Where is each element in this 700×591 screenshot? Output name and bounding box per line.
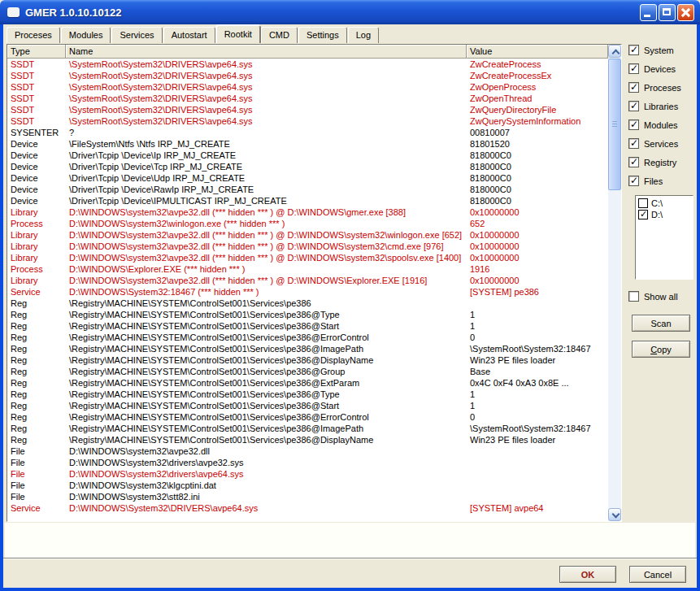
table-row[interactable]: LibraryD:\WINDOWS\system32\avpe32.dll (*… [7, 275, 608, 286]
table-row[interactable]: Reg\Registry\MACHINE\SYSTEM\ControlSet00… [7, 309, 608, 320]
table-row[interactable]: Device\Driver\Tcpip \Device\RawIp IRP_MJ… [7, 184, 608, 195]
table-row[interactable]: LibraryD:\WINDOWS\system32\avpe32.dll (*… [7, 241, 608, 252]
filter-files[interactable]: Files [626, 172, 681, 190]
table-row[interactable]: Reg\Registry\MACHINE\SYSTEM\ControlSet00… [7, 377, 608, 389]
cancel-button[interactable]: Cancel [629, 566, 686, 583]
filter-libraries[interactable]: Libraries [626, 97, 681, 115]
table-row[interactable]: LibraryD:\WINDOWS\system32\avpe32.dll (*… [7, 252, 608, 263]
drive-item[interactable]: D:\ [637, 209, 693, 220]
drive-item[interactable]: C:\ [637, 198, 693, 209]
table-row[interactable]: Device\FileSystem\Ntfs \Ntfs IRP_MJ_CREA… [7, 138, 608, 150]
table-row[interactable]: SSDT\SystemRoot\System32\DRIVERS\avpe64.… [7, 104, 608, 115]
table-row[interactable]: ProcessD:\WINDOWS\Explorer.EXE (*** hidd… [7, 263, 608, 275]
cell-value: 818000C0 [467, 184, 608, 195]
table-row[interactable]: ServiceD:\WINDOWS\System32:18467 (*** hi… [7, 286, 608, 298]
table-row[interactable]: Device\Driver\Tcpip \Device\Udp IRP_MJ_C… [7, 172, 608, 184]
filter-label: Registry [644, 158, 676, 167]
table-row[interactable]: SSDT\SystemRoot\System32\DRIVERS\avpe64.… [7, 81, 608, 93]
table-row[interactable]: Reg\Registry\MACHINE\SYSTEM\ControlSet00… [7, 400, 608, 411]
table-row[interactable]: Reg\Registry\MACHINE\SYSTEM\ControlSet00… [7, 343, 608, 354]
vertical-scrollbar[interactable] [608, 45, 621, 521]
minimize-button[interactable] [640, 4, 657, 21]
table-row[interactable]: Reg\Registry\MACHINE\SYSTEM\ControlSet00… [7, 332, 608, 343]
cell-value: 0x10000000 [467, 229, 608, 241]
filter-services[interactable]: Services [626, 134, 681, 153]
cell-name: \Registry\MACHINE\SYSTEM\ControlSet001\S… [66, 332, 467, 343]
filter-devices[interactable]: Devices [626, 59, 681, 78]
table-row[interactable]: Reg\Registry\MACHINE\SYSTEM\ControlSet00… [7, 411, 608, 423]
tab-rootkit[interactable]: Rootkit [216, 25, 260, 43]
tab-autostart[interactable]: Autostart [163, 27, 215, 43]
table-row[interactable]: FileD:\WINDOWS\system32\klgcptini.dat [7, 480, 608, 491]
checkbox[interactable] [628, 63, 639, 74]
table-row[interactable]: FileD:\WINDOWS\system32\drivers\avpe32.s… [7, 457, 608, 468]
table-row[interactable]: SSDT\SystemRoot\System32\DRIVERS\avpe64.… [7, 70, 608, 81]
checkbox[interactable] [628, 157, 639, 167]
show-all-option[interactable]: Show all [626, 291, 678, 302]
table-row[interactable]: SYSENTER?00810007 [7, 127, 608, 138]
column-header-type[interactable]: Type [7, 45, 66, 59]
checkbox[interactable] [628, 120, 639, 130]
filter-proceses[interactable]: Proceses [626, 78, 681, 97]
copy-button[interactable]: Copy [632, 341, 690, 358]
checkbox[interactable] [628, 45, 639, 55]
table-row[interactable]: Reg\Registry\MACHINE\SYSTEM\ControlSet00… [7, 423, 608, 434]
titlebar[interactable]: GMER 1.0.10.10122 [0, 0, 700, 24]
table-row[interactable]: Reg\Registry\MACHINE\SYSTEM\ControlSet00… [7, 354, 608, 366]
column-header-name[interactable]: Name [66, 45, 467, 59]
table-row[interactable]: LibraryD:\WINDOWS\system32\avpe32.dll (*… [7, 229, 608, 241]
tab-log[interactable]: Log [348, 27, 379, 43]
table-row[interactable]: Reg\Registry\MACHINE\SYSTEM\ControlSet00… [7, 389, 608, 400]
table-row[interactable]: Device\Driver\Tcpip \Device\Tcp IRP_MJ_C… [7, 161, 608, 172]
checkbox[interactable] [628, 176, 639, 186]
cell-value: 818000C0 [467, 195, 608, 206]
tab-proceses[interactable]: Proceses [7, 27, 60, 43]
filter-registry[interactable]: Registry [626, 153, 681, 172]
tab-cmd[interactable]: CMD [261, 27, 298, 43]
table-row[interactable]: SSDT\SystemRoot\System32\DRIVERS\avpe64.… [7, 59, 608, 70]
table-row[interactable]: ServiceD:\WINDOWS\System32\DRIVERS\avpe6… [7, 502, 608, 514]
checkbox[interactable] [628, 82, 639, 93]
show-all-checkbox[interactable] [628, 291, 639, 302]
scroll-up-button[interactable] [608, 45, 621, 58]
checkbox[interactable] [638, 198, 648, 208]
filter-system[interactable]: System [626, 41, 681, 59]
tab-settings[interactable]: Settings [298, 27, 347, 43]
cell-name: D:\WINDOWS\system32\avpe32.dll (*** hidd… [66, 229, 467, 241]
cell-name: ? [66, 127, 467, 138]
tab-services[interactable]: Services [111, 27, 162, 43]
scroll-down-button[interactable] [608, 508, 621, 521]
table-row[interactable]: SSDT\SystemRoot\System32\DRIVERS\avpe64.… [7, 93, 608, 104]
cell-name: D:\WINDOWS\Explorer.EXE (*** hidden *** … [66, 263, 467, 275]
table-row[interactable]: Device\Driver\Tcpip \Device\IPMULTICAST … [7, 195, 608, 206]
table-row[interactable]: ProcessD:\WINDOWS\system32\winlogon.exe … [7, 218, 608, 229]
filter-modules[interactable]: Modules [626, 115, 681, 134]
cell-value [467, 457, 608, 468]
table-row[interactable]: Reg\Registry\MACHINE\SYSTEM\ControlSet00… [7, 320, 608, 332]
checkbox[interactable] [628, 101, 639, 111]
table-row[interactable]: Reg\Registry\MACHINE\SYSTEM\ControlSet00… [7, 366, 608, 377]
column-header-value[interactable]: Value [467, 45, 608, 59]
table-row[interactable]: FileD:\WINDOWS\system32\stt82.ini [7, 491, 608, 502]
cell-value: 0x4C 0xF4 0xA3 0x8E ... [467, 377, 608, 389]
table-row[interactable]: LibraryD:\WINDOWS\system32\avpe32.dll (*… [7, 206, 608, 218]
checkbox[interactable] [628, 138, 639, 149]
filter-label: Proceses [644, 83, 681, 93]
cell-type: SSDT [7, 81, 66, 93]
close-button[interactable] [677, 4, 694, 21]
table-row[interactable]: SSDT\SystemRoot\System32\DRIVERS\avpe64.… [7, 115, 608, 127]
table-row[interactable]: FileD:\WINDOWS\system32\avpe32.dll [7, 445, 608, 457]
cell-name: \Registry\MACHINE\SYSTEM\ControlSet001\S… [66, 434, 467, 445]
tab-modules[interactable]: Modules [61, 27, 111, 43]
table-row[interactable]: Reg\Registry\MACHINE\SYSTEM\ControlSet00… [7, 434, 608, 445]
table-row[interactable]: Device\Driver\Tcpip \Device\Ip IRP_MJ_CR… [7, 150, 608, 161]
scrollbar-thumb[interactable] [608, 59, 621, 190]
checkbox[interactable] [638, 210, 648, 219]
maximize-button[interactable] [659, 4, 676, 21]
table-row[interactable]: FileD:\WINDOWS\system32\drivers\avpe64.s… [7, 468, 608, 480]
table-row[interactable]: Reg\Registry\MACHINE\SYSTEM\ControlSet00… [7, 298, 608, 309]
cell-value: 0x10000000 [467, 275, 608, 286]
ok-button[interactable]: OK [559, 566, 616, 583]
cell-value: ZwQueryDirectoryFile [467, 104, 608, 115]
scan-button[interactable]: Scan [632, 315, 690, 332]
